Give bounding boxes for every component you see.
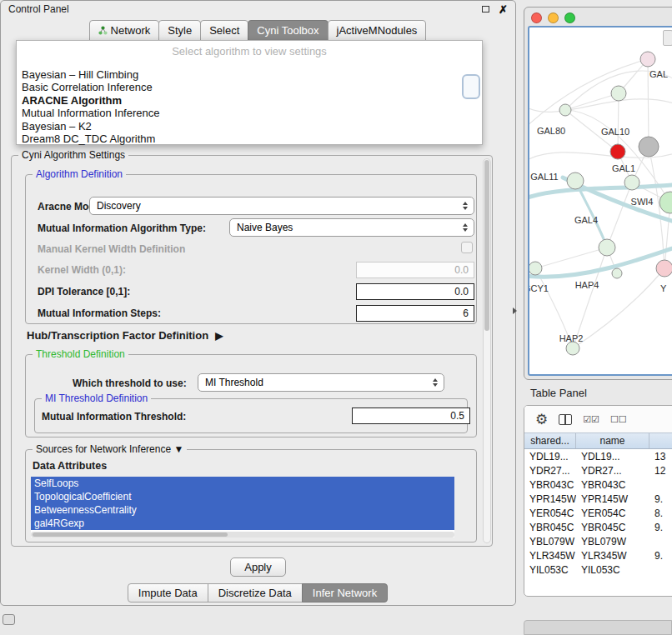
kernel-width-input[interactable]: 0.0 <box>356 262 474 278</box>
cell: YDR27... <box>524 463 576 478</box>
panel-splitter-arrow[interactable] <box>513 308 517 314</box>
cell: 12 <box>649 463 672 478</box>
network-tab-icon <box>98 26 108 35</box>
cell: YIL053C <box>576 562 649 577</box>
label-y-cut: Y <box>660 283 667 293</box>
node-pink-top[interactable] <box>640 52 655 67</box>
table-row[interactable]: YDL19... YDL19... 13 <box>524 449 672 463</box>
algorithm-option[interactable]: Bayesian – K2 <box>17 120 482 132</box>
mi-threshold-input[interactable]: 0.5 <box>352 408 470 424</box>
manual-kernel-width-label: Manual Kernel Width Definition <box>38 243 185 255</box>
cell: YBR045C <box>576 520 649 534</box>
attributes-hscrollbar-thumb[interactable] <box>33 532 228 537</box>
table-row[interactable]: YIL053C YIL053C <box>524 562 672 577</box>
tab-cyni-toolbox-label: Cyni Toolbox <box>257 24 318 37</box>
table-panel-title: Table Panel <box>530 387 587 399</box>
algorithm-combobox-arrow[interactable] <box>462 74 480 99</box>
close-icon[interactable]: ✗ <box>499 4 508 15</box>
minimized-panel-icon[interactable] <box>3 614 15 625</box>
node-gray[interactable] <box>639 137 659 157</box>
node-green-a[interactable] <box>611 86 626 101</box>
cell <box>649 534 672 548</box>
tab-infer-network[interactable]: Infer Network <box>302 583 388 602</box>
aracne-mode-combobox[interactable]: Discovery <box>89 197 474 215</box>
tab-impute-data-label: Impute Data <box>138 587 198 599</box>
chevron-down-icon[interactable]: ▼ <box>173 443 183 455</box>
algorithm-option[interactable]: Bayesian – Hill Climbing <box>17 68 482 81</box>
cell: YBL079W <box>576 534 649 548</box>
mi-threshold-definition-title: MI Threshold Definition <box>42 392 151 404</box>
threshold-definition-title: Threshold Definition <box>33 348 128 360</box>
dpi-tolerance-input[interactable]: 0.0 <box>356 283 474 300</box>
gear-icon[interactable]: ⚙ <box>535 412 548 427</box>
node-red-gal10[interactable] <box>610 144 625 159</box>
node-gal11[interactable] <box>567 172 584 189</box>
node-gal1[interactable] <box>624 175 639 190</box>
sources-title: Sources for Network Inference ▼ <box>33 443 187 455</box>
table-row[interactable]: YLR345W YLR345W 9. <box>524 548 672 562</box>
checked-boxes-icon[interactable]: ☑☑ <box>583 415 599 424</box>
tab-jactivemodules-label: jActiveMNodules <box>337 24 418 37</box>
attribute-item[interactable]: SelfLoops <box>31 477 454 490</box>
node-gal4[interactable] <box>599 239 615 256</box>
zoom-traffic-light[interactable] <box>564 12 575 23</box>
sources-group: Sources for Network Inference ▼ Data Att… <box>25 449 477 542</box>
algorithm-option-selected[interactable]: ARACNE Algorithm <box>17 94 482 107</box>
kernel-width-value: 0.0 <box>454 264 469 276</box>
hub-transcription-section-toggle[interactable]: Hub/Transcription Factor Definition ▶ <box>27 329 223 342</box>
cell: 8. <box>649 506 672 520</box>
tab-select[interactable]: Select <box>200 20 248 41</box>
node-swi4[interactable] <box>659 192 672 213</box>
algorithm-option[interactable]: Dream8 DC_TDC Algorithm <box>17 132 482 145</box>
label-gal11: GAL11 <box>530 172 558 182</box>
node-green-b[interactable] <box>559 104 571 116</box>
control-panel-tabs: Network Style Select Cyni Toolbox jActiv… <box>1 19 515 41</box>
tab-style[interactable]: Style <box>158 20 201 41</box>
settings-scrollbar-thumb[interactable] <box>484 160 489 331</box>
tab-network[interactable]: Network <box>89 20 160 41</box>
columns-icon[interactable] <box>559 414 572 425</box>
tab-discretize-data[interactable]: Discretize Data <box>208 583 303 602</box>
cell: YBR045C <box>524 520 576 534</box>
table-row[interactable]: YER054C YER054C 8. <box>524 506 672 520</box>
node-gcy1[interactable] <box>529 262 542 275</box>
mi-algorithm-type-label: Mutual Information Algorithm Type: <box>38 222 206 234</box>
label-gal1: GAL1 <box>612 163 635 173</box>
table-row[interactable]: YBL079W YBL079W <box>524 534 672 548</box>
mi-threshold-label: Mutual Information Threshold: <box>42 411 186 422</box>
canvas-scrollbar[interactable] <box>663 30 672 46</box>
table-row[interactable]: YPR145W YPR145W 9. <box>524 492 672 506</box>
unchecked-boxes-icon[interactable]: ☐☐ <box>610 415 627 424</box>
settings-scrollbar[interactable] <box>483 158 491 543</box>
dpi-tolerance-label: DPI Tolerance [0,1]: <box>38 286 130 298</box>
attributes-hscrollbar[interactable] <box>31 532 454 538</box>
table-row[interactable]: YBR043C YBR043C <box>524 478 672 492</box>
node-hap2[interactable] <box>566 342 579 355</box>
column-header-shared[interactable]: shared... <box>524 433 576 448</box>
node-small[interactable] <box>612 268 622 278</box>
minimize-traffic-light[interactable] <box>548 12 559 23</box>
attribute-item[interactable]: TopologicalCoefficient <box>31 490 454 503</box>
column-header-name[interactable]: name <box>576 433 649 448</box>
manual-kernel-width-checkbox[interactable] <box>461 242 473 253</box>
tab-jactivemodules[interactable]: jActiveMNodules <box>328 20 427 41</box>
data-attributes-list: SelfLoops TopologicalCoefficient Between… <box>31 477 454 538</box>
column-header-extra[interactable] <box>649 433 672 448</box>
algorithm-option[interactable]: Mutual Information Inference <box>17 107 482 119</box>
table-row[interactable]: YDR27... YDR27... 12 <box>524 463 672 478</box>
mi-algorithm-type-combobox[interactable]: Naive Bayes <box>229 218 474 237</box>
float-window-icon[interactable] <box>482 6 489 12</box>
tab-cyni-toolbox[interactable]: Cyni Toolbox <box>248 20 328 41</box>
close-traffic-light[interactable] <box>531 12 542 23</box>
cell: YPR145W <box>524 492 576 506</box>
attribute-item[interactable]: gal4RGexp <box>31 517 454 530</box>
algorithm-option[interactable]: Basic Correlation Inference <box>17 81 482 93</box>
table-row[interactable]: YBR045C YBR045C 9. <box>524 520 672 534</box>
network-canvas[interactable]: GAL GAL80 GAL10 GAL11 GAL1 SWI4 GAL4 GCY… <box>528 26 672 376</box>
which-threshold-combobox[interactable]: MI Threshold <box>198 373 444 392</box>
attribute-item[interactable]: BetweennessCentrality <box>31 503 454 517</box>
apply-button[interactable]: Apply <box>230 558 286 577</box>
tab-impute-data[interactable]: Impute Data <box>128 583 208 602</box>
node-salmon[interactable] <box>656 260 672 277</box>
mi-steps-input[interactable]: 6 <box>356 305 474 322</box>
